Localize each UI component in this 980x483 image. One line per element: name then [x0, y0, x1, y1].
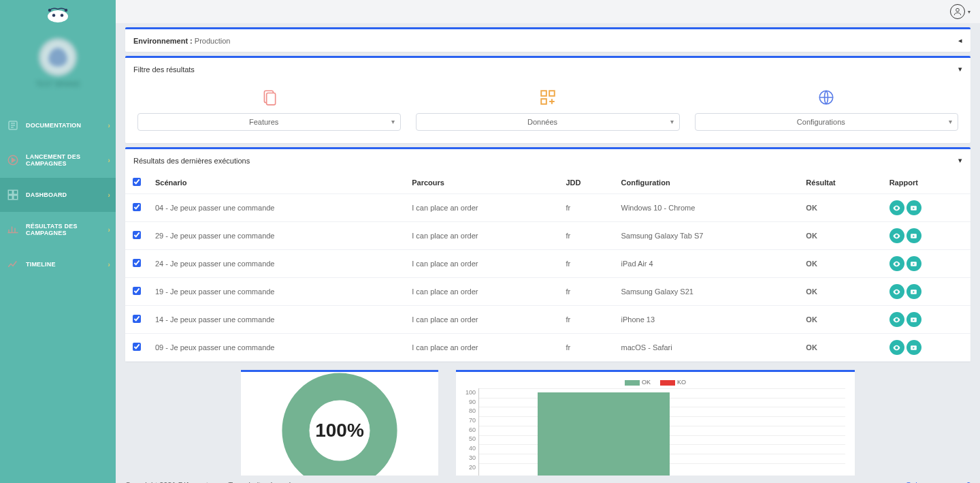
app-logo — [0, 0, 116, 31]
cell-scenario: 24 - Je peux passer une commande — [148, 250, 405, 278]
features-dropdown[interactable]: Features — [137, 113, 401, 131]
svg-rect-10 — [14, 196, 18, 200]
svg-rect-8 — [14, 190, 18, 194]
cell-jdd: fr — [559, 334, 614, 362]
view-report-icon[interactable] — [889, 200, 904, 215]
video-report-icon[interactable] — [906, 200, 921, 215]
nav-label: DOCUMENTATION — [26, 122, 81, 129]
sidebar: TEST BRAND DOCUMENTATION › LANCEMENT DES… — [0, 0, 116, 483]
cell-jdd: fr — [559, 194, 614, 222]
legend-ko: KO — [677, 379, 686, 386]
table-row: 09 - Je peux passer une commandeI can pl… — [125, 334, 970, 362]
cell-parcours: I can place an order — [405, 194, 559, 222]
select-all-checkbox[interactable] — [133, 178, 141, 186]
nav-dashboard[interactable]: DASHBOARD › — [0, 178, 116, 212]
chevron-right-icon: › — [108, 191, 110, 199]
bar-chart-legend: OK KO — [466, 379, 845, 386]
configurations-dropdown[interactable]: Configurations — [695, 113, 958, 131]
cell-scenario: 19 - Je peux passer une commande — [148, 278, 405, 306]
nav-label: DASHBOARD — [26, 191, 67, 198]
bar-chart-card: OK KO 1009080706050403020 — [456, 370, 855, 476]
svg-rect-9 — [8, 196, 12, 200]
documentation-icon — [7, 119, 19, 131]
view-report-icon[interactable] — [889, 256, 904, 271]
results-table: Scénario Parcours JDD Configuration Résu… — [125, 172, 970, 362]
chevron-right-icon: › — [108, 122, 110, 129]
row-checkbox[interactable] — [133, 315, 141, 323]
panel-collapse-icon[interactable]: ◂ — [958, 36, 962, 45]
view-report-icon[interactable] — [889, 284, 904, 299]
video-report-icon[interactable] — [906, 256, 921, 271]
nav-label: RÉSULTATS DES CAMPAGNES — [26, 223, 101, 236]
nav-label: LANCEMENT DES CAMPAGNES — [26, 153, 101, 167]
play-circle-icon — [7, 154, 19, 166]
donut-chart-card: 100% — [241, 370, 438, 476]
col-resultat: Résultat — [799, 172, 882, 194]
nav-timeline[interactable]: TIMELINE › — [0, 247, 116, 281]
row-checkbox[interactable] — [133, 343, 141, 351]
filter-panel: Filtre des résultats ▾ Features D — [125, 56, 970, 143]
nav-resultats-campagnes[interactable]: RÉSULTATS DES CAMPAGNES › — [0, 212, 116, 247]
table-row: 04 - Je peux passer une commandeI can pl… — [125, 194, 970, 222]
svg-rect-13 — [266, 93, 275, 105]
view-report-icon[interactable] — [889, 340, 904, 355]
row-checkbox[interactable] — [133, 231, 141, 239]
bar-ok — [538, 392, 670, 476]
video-report-icon[interactable] — [906, 340, 921, 355]
svg-point-0 — [48, 10, 68, 22]
cell-config: iPhone 13 — [615, 306, 800, 334]
user-menu[interactable]: ▾ — [950, 4, 970, 19]
svg-rect-14 — [541, 91, 546, 96]
cell-parcours: I can place an order — [405, 278, 559, 306]
cell-parcours: I can place an order — [405, 334, 559, 362]
video-report-icon[interactable] — [906, 284, 921, 299]
cell-parcours: I can place an order — [405, 306, 559, 334]
video-report-icon[interactable] — [906, 228, 921, 243]
cell-scenario: 04 - Je peux passer une commande — [148, 194, 405, 222]
chevron-right-icon: › — [108, 226, 110, 234]
svg-rect-7 — [8, 190, 12, 194]
timeline-icon — [7, 258, 19, 270]
cell-jdd: fr — [559, 278, 614, 306]
row-checkbox[interactable] — [133, 203, 141, 211]
nav-documentation[interactable]: DOCUMENTATION › — [0, 108, 116, 142]
nav-label: TIMELINE — [26, 261, 56, 268]
col-config: Configuration — [615, 172, 800, 194]
cell-config: Samsung Galaxy S21 — [615, 278, 800, 306]
user-avatar-icon — [950, 4, 965, 19]
view-report-icon[interactable] — [889, 228, 904, 243]
svg-point-2 — [61, 14, 64, 17]
cell-scenario: 29 - Je peux passer une commande — [148, 222, 405, 250]
video-report-icon[interactable] — [906, 312, 921, 327]
data-icon — [539, 86, 557, 109]
donnees-dropdown[interactable]: Données — [416, 113, 679, 131]
svg-rect-16 — [541, 99, 546, 104]
row-checkbox[interactable] — [133, 287, 141, 295]
cell-resultat: OK — [799, 194, 882, 222]
table-row: 29 - Je peux passer une commandeI can pl… — [125, 222, 970, 250]
panel-collapse-icon[interactable]: ▾ — [958, 65, 962, 74]
topbar: ▾ — [116, 0, 980, 23]
environment-panel: Environnement : Production ◂ — [125, 27, 970, 52]
cell-scenario: 14 - Je peux passer une commande — [148, 306, 405, 334]
cell-scenario: 09 - Je peux passer une commande — [148, 334, 405, 362]
footer: Copyright 2021 B/Acceptance. Tous droits… — [116, 476, 980, 483]
donut-center-label: 100% — [282, 373, 397, 476]
col-scenario: Scénario — [148, 172, 405, 194]
cell-jdd: fr — [559, 222, 614, 250]
svg-point-1 — [52, 14, 56, 17]
row-checkbox[interactable] — [133, 259, 141, 267]
view-report-icon[interactable] — [889, 312, 904, 327]
dropdown-label: Features — [249, 118, 278, 126]
panel-collapse-icon[interactable]: ▾ — [958, 156, 962, 165]
nav-lancement-campagnes[interactable]: LANCEMENT DES CAMPAGNES › — [0, 142, 116, 178]
chevron-right-icon: › — [108, 157, 110, 164]
cell-config: Samsung Galaxy Tab S7 — [615, 222, 800, 250]
col-parcours: Parcours — [405, 172, 559, 194]
svg-point-11 — [956, 8, 960, 12]
nav: DOCUMENTATION › LANCEMENT DES CAMPAGNES … — [0, 108, 116, 281]
cell-jdd: fr — [559, 250, 614, 278]
cell-resultat: OK — [799, 222, 882, 250]
features-icon — [261, 86, 278, 109]
cell-config: iPad Air 4 — [615, 250, 800, 278]
